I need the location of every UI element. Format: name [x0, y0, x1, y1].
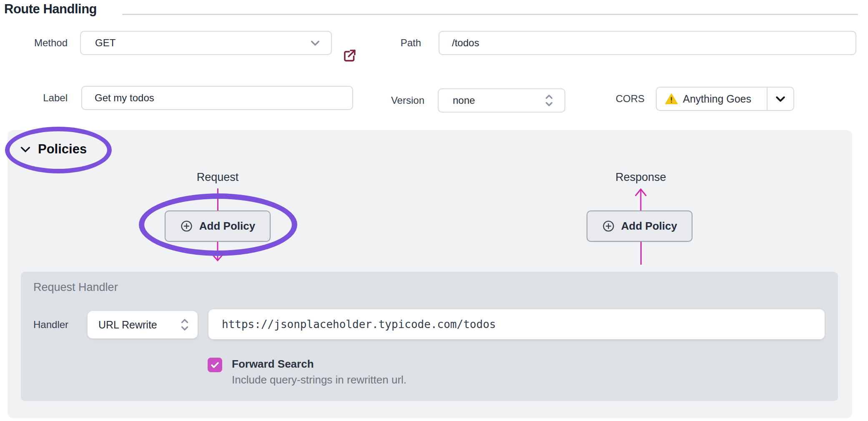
handler-label: Handler — [33, 311, 88, 338]
response-flow-arrow-up — [632, 188, 649, 210]
route-label-field — [81, 86, 353, 110]
route-label-input[interactable] — [82, 87, 352, 109]
title-divider — [122, 14, 858, 15]
cors-expand-button[interactable] — [767, 88, 793, 110]
cors-dropdown[interactable]: Anything Goes — [656, 87, 794, 111]
request-flow-heading: Request — [176, 171, 259, 184]
route-label-label: Label — [17, 86, 68, 110]
cors-current-value[interactable]: Anything Goes — [657, 88, 767, 110]
response-add-policy-button[interactable]: Add Policy — [587, 210, 692, 242]
policies-collapse-toggle[interactable]: Policies — [19, 142, 87, 157]
request-flow-line-top — [217, 188, 218, 210]
version-select[interactable]: none — [438, 88, 565, 113]
updown-chevrons-icon — [179, 318, 190, 332]
warning-triangle-icon — [665, 93, 678, 105]
chevron-down-icon — [774, 93, 787, 105]
path-input[interactable] — [439, 32, 855, 54]
response-flow-line-bottom — [640, 242, 642, 265]
response-flow-heading: Response — [599, 171, 682, 184]
page-title: Route Handling — [4, 2, 97, 17]
rewrite-url-field — [208, 309, 825, 339]
method-value: GET — [81, 37, 309, 49]
path-field — [439, 31, 856, 55]
rewrite-url-input[interactable] — [208, 309, 825, 339]
request-add-policy-button[interactable]: Add Policy — [165, 210, 271, 242]
policies-title: Policies — [38, 142, 87, 157]
cors-value-text: Anything Goes — [683, 93, 751, 105]
request-handler-title: Request Handler — [33, 281, 118, 294]
chevron-down-icon — [19, 143, 32, 156]
forward-search-label: Forward Search — [232, 358, 314, 371]
forward-search-checkbox[interactable] — [208, 358, 222, 372]
updown-chevrons-icon — [544, 93, 554, 108]
method-label: Method — [17, 31, 68, 55]
cors-label: CORS — [595, 87, 645, 111]
response-add-policy-label: Add Policy — [621, 220, 677, 233]
path-label: Path — [383, 31, 421, 55]
forward-search-description: Include query-strings in rewritten url. — [232, 373, 406, 386]
handler-type-value: URL Rewrite — [88, 319, 179, 331]
request-add-policy-label: Add Policy — [199, 220, 255, 233]
handler-type-select[interactable]: URL Rewrite — [88, 311, 198, 338]
external-link-icon[interactable] — [342, 48, 357, 63]
plus-circle-icon — [602, 220, 615, 233]
checkmark-icon — [210, 360, 220, 370]
version-value: none — [439, 95, 544, 106]
method-select[interactable]: GET — [80, 31, 332, 55]
chevron-down-icon — [309, 37, 321, 49]
version-label: Version — [367, 88, 424, 113]
request-flow-arrow-down — [209, 242, 226, 262]
route-handling-page: Route Handling Method GET Path Label Ver… — [0, 0, 868, 421]
plus-circle-icon — [180, 220, 193, 233]
